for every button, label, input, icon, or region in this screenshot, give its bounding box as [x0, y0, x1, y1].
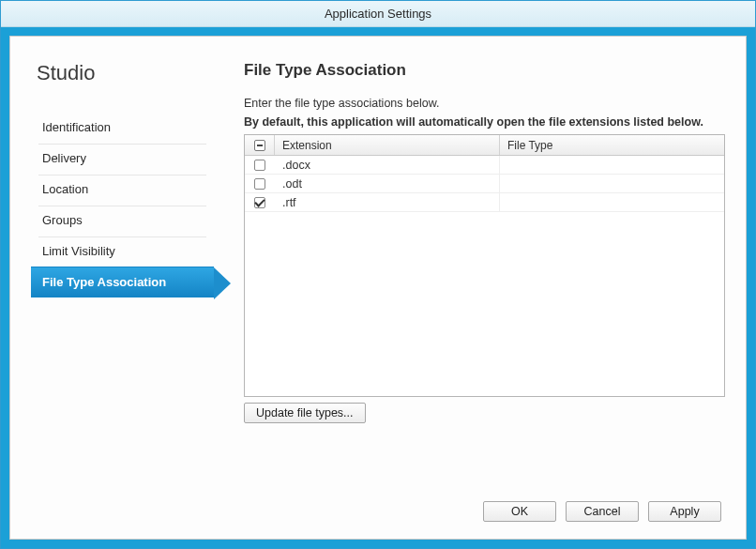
checkbox-icon	[254, 160, 265, 171]
sidebar-item-identification[interactable]: Identification	[31, 112, 214, 143]
table-row[interactable]: .rtf	[245, 193, 724, 212]
content-panel: Studio Identification Delivery Location …	[9, 36, 747, 540]
main-area: File Type Association Enter the file typ…	[214, 61, 725, 486]
table-row[interactable]: .docx	[245, 156, 724, 175]
checkbox-icon	[254, 197, 265, 208]
sidebar-item-groups[interactable]: Groups	[31, 205, 214, 236]
ok-button[interactable]: OK	[483, 501, 556, 522]
sidebar-item-label: Delivery	[42, 151, 86, 165]
apply-button[interactable]: Apply	[648, 501, 721, 522]
below-grid: Update file types...	[244, 403, 725, 423]
cancel-button[interactable]: Cancel	[566, 501, 639, 522]
checkbox-icon	[254, 178, 265, 190]
sidebar-item-label: File Type Association	[42, 275, 166, 289]
dialog-button-row: OK Cancel Apply	[10, 486, 746, 539]
window-frame: Studio Identification Delivery Location …	[1, 27, 755, 548]
sidebar-item-location[interactable]: Location	[31, 174, 214, 205]
row-checkbox-cell[interactable]	[245, 156, 275, 174]
sidebar-item-delivery[interactable]: Delivery	[31, 143, 214, 174]
file-type-grid: Extension File Type .docx	[244, 134, 725, 397]
header-file-type[interactable]: File Type	[500, 135, 724, 155]
grid-header: Extension File Type	[245, 135, 724, 156]
row-checkbox-cell[interactable]	[245, 193, 275, 211]
active-arrow-icon	[214, 267, 231, 299]
row-file-type	[500, 156, 724, 174]
update-file-types-button[interactable]: Update file types...	[244, 403, 366, 423]
sidebar-item-label: Identification	[42, 120, 111, 134]
row-extension: .odt	[275, 175, 500, 192]
page-title: File Type Association	[244, 61, 725, 80]
sidebar: Studio Identification Delivery Location …	[31, 61, 214, 486]
row-checkbox-cell[interactable]	[245, 175, 275, 192]
row-extension: .rtf	[275, 193, 500, 211]
sidebar-item-label: Location	[42, 182, 88, 196]
sidebar-item-file-type-association[interactable]: File Type Association	[31, 267, 214, 297]
sidebar-item-label: Groups	[42, 213, 83, 227]
row-file-type	[500, 175, 724, 192]
hint-text-1: Enter the file type associations below.	[244, 97, 725, 110]
row-file-type	[500, 193, 724, 211]
application-settings-window: Application Settings Studio Identificati…	[0, 0, 756, 549]
titlebar: Application Settings	[1, 1, 755, 27]
header-select-all[interactable]	[245, 135, 275, 155]
grid-body: .docx .odt	[245, 156, 724, 396]
hint-text-2: By default, this application will automa…	[244, 115, 725, 129]
sidebar-item-limit-visibility[interactable]: Limit Visibility	[31, 236, 214, 267]
table-row[interactable]: .odt	[245, 175, 724, 193]
row-extension: .docx	[275, 156, 500, 174]
sidebar-item-label: Limit Visibility	[42, 244, 115, 258]
content-row: Studio Identification Delivery Location …	[10, 37, 746, 486]
window-title: Application Settings	[325, 7, 431, 21]
sidebar-heading: Studio	[31, 61, 214, 112]
tristate-checkbox-icon	[254, 140, 265, 151]
header-extension[interactable]: Extension	[275, 135, 500, 155]
